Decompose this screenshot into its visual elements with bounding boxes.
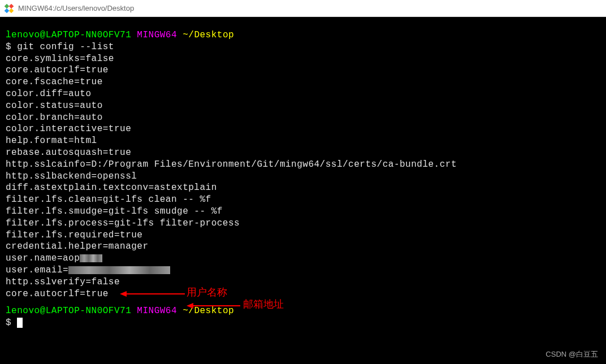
prompt-line-2: lenovo@LAPTOP-NN0OFV71 MINGW64 ~/Desktop bbox=[6, 305, 606, 317]
prompt-line-1: lenovo@LAPTOP-NN0OFV71 MINGW64 ~/Desktop bbox=[6, 29, 606, 41]
redacted-email bbox=[68, 266, 170, 274]
app-icon bbox=[5, 4, 14, 13]
output-line: filter.lfs.smudge=git-lfs smudge -- %f bbox=[6, 206, 606, 218]
prompt-env: MINGW64 bbox=[137, 30, 177, 40]
output-line: color.branch=auto bbox=[6, 112, 606, 124]
svg-rect-3 bbox=[9, 8, 14, 12]
output-line: core.autocrlf=true bbox=[6, 288, 606, 300]
svg-rect-2 bbox=[5, 8, 9, 12]
output-line: core.autocrlf=true bbox=[6, 64, 606, 76]
output-line: http.sslcainfo=D:/Program Files/Environm… bbox=[6, 159, 606, 171]
output-line: rebase.autosquash=true bbox=[6, 147, 606, 159]
prompt-path: ~/Desktop bbox=[183, 306, 234, 316]
svg-rect-1 bbox=[9, 4, 14, 8]
terminal-area[interactable]: lenovo@LAPTOP-NN0OFV71 MINGW64 ~/Desktop… bbox=[0, 17, 606, 364]
watermark: CSDN @白豆五 bbox=[546, 350, 598, 359]
output-line: color.interactive=true bbox=[6, 123, 606, 135]
command-line: $ git config --list bbox=[6, 41, 606, 53]
output-line: core.fscache=true bbox=[6, 76, 606, 88]
output-line: help.format=html bbox=[6, 135, 606, 147]
output-line: diff.astextplain.textconv=astextplain bbox=[6, 182, 606, 194]
output-line: core.symlinks=false bbox=[6, 53, 606, 65]
output-line: filter.lfs.required=true bbox=[6, 229, 606, 241]
window-titlebar[interactable]: MINGW64:/c/Users/lenovo/Desktop bbox=[0, 0, 606, 17]
user-name-line: user.name=aop bbox=[6, 253, 606, 265]
prompt-user-host: lenovo@LAPTOP-NN0OFV71 bbox=[6, 306, 131, 316]
output-line: filter.lfs.clean=git-lfs clean -- %f bbox=[6, 194, 606, 206]
cursor bbox=[17, 318, 23, 328]
prompt-user-host: lenovo@LAPTOP-NN0OFV71 bbox=[6, 30, 131, 40]
prompt-path: ~/Desktop bbox=[183, 30, 234, 40]
output-line: color.diff=auto bbox=[6, 88, 606, 100]
output-line: color.status=auto bbox=[6, 100, 606, 112]
output-line: http.sslverify=false bbox=[6, 276, 606, 288]
user-email-line: user.email= bbox=[6, 265, 606, 276]
output-line: credential.helper=manager bbox=[6, 241, 606, 253]
redacted-username bbox=[80, 254, 102, 262]
prompt-env: MINGW64 bbox=[137, 306, 177, 316]
window-title: MINGW64:/c/Users/lenovo/Desktop bbox=[18, 4, 134, 12]
output-line: http.sslbackend=openssl bbox=[6, 171, 606, 183]
output-line: filter.lfs.process=git-lfs filter-proces… bbox=[6, 218, 606, 229]
command-line-2: $ bbox=[6, 317, 606, 329]
svg-rect-0 bbox=[5, 4, 9, 8]
